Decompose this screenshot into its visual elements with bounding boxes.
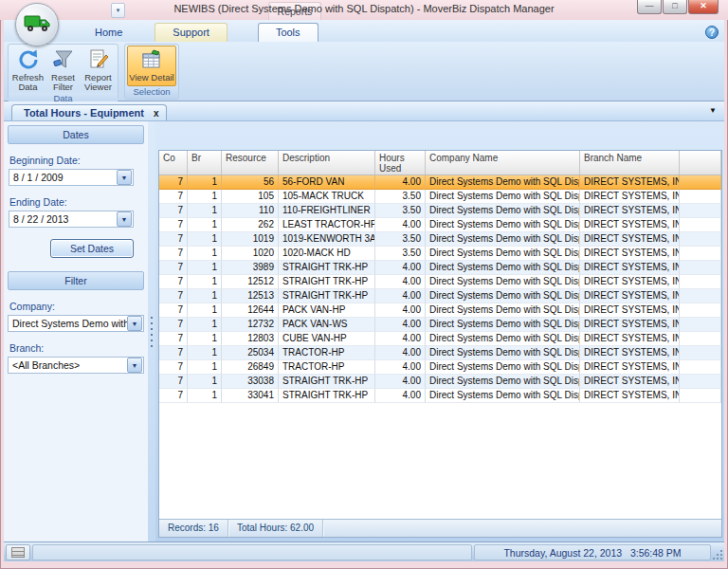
dates-panel-header[interactable]: Dates xyxy=(8,125,144,144)
table-row[interactable]: 7112803CUBE VAN-HP4.00Direct Systems Dem… xyxy=(159,332,721,346)
cell: 1 xyxy=(188,190,222,204)
cell: TRACTOR-HP xyxy=(279,346,375,360)
cell: 4.00 xyxy=(375,332,426,346)
cell: Direct Systems Demo with SQL Dispatch xyxy=(426,275,580,289)
cell: 7 xyxy=(159,190,188,204)
table-row[interactable]: 7110191019-KENWORTH 3AXLE3.50Direct Syst… xyxy=(159,232,721,247)
cell: 1020 xyxy=(222,247,279,261)
cell: 12512 xyxy=(222,275,279,289)
cell: 7 xyxy=(159,289,188,303)
cell: STRAIGHT TRK-HP xyxy=(279,261,375,275)
table-row[interactable]: 71262LEAST TRACTOR-HP4.00Direct Systems … xyxy=(159,218,721,232)
company-dropdown-icon[interactable]: ▼ xyxy=(127,316,142,331)
cell: 1 xyxy=(188,303,222,318)
table-row[interactable]: 7112512STRAIGHT TRK-HP4.00Direct Systems… xyxy=(159,275,721,289)
maximize-button[interactable]: □ xyxy=(663,0,687,14)
beginning-date-dropdown-icon[interactable]: ▼ xyxy=(117,170,132,185)
cell-filler xyxy=(680,289,721,303)
cell: 33041 xyxy=(222,389,279,403)
total-hours: Total Hours: 62.00 xyxy=(228,520,323,537)
tab-support[interactable]: Support xyxy=(155,23,228,42)
cell: DIRECT SYSTEMS, INC. xyxy=(580,190,680,204)
table-row[interactable]: 715656-FORD VAN4.00Direct Systems Demo w… xyxy=(159,175,721,190)
ending-date-field[interactable]: 8 / 22 / 2013 ▼ xyxy=(9,211,134,228)
filter-panel-header[interactable]: Filter xyxy=(8,271,144,290)
splitter-handle[interactable] xyxy=(148,121,155,541)
column-header-hours-used[interactable]: Hours Used xyxy=(375,151,426,174)
cell: 1 xyxy=(188,289,222,303)
table-row[interactable]: 7112732PACK VAN-WS4.00Direct Systems Dem… xyxy=(159,318,721,332)
table-row[interactable]: 7126849TRACTOR-HP4.00Direct Systems Demo… xyxy=(159,360,721,375)
cell: TRACTOR-HP xyxy=(279,360,375,375)
cell: 4.00 xyxy=(375,175,426,190)
cell: Direct Systems Demo with SQL Dispatch xyxy=(426,346,580,360)
close-tab-icon[interactable]: x xyxy=(154,108,159,119)
help-icon[interactable]: ? xyxy=(705,26,719,39)
company-select[interactable]: Direct Systems Demo with SQL D ▼ xyxy=(8,315,144,332)
sidebar: Dates Beginning Date: 8 / 1 / 2009 ▼ End… xyxy=(4,121,148,541)
ending-date-dropdown-icon[interactable]: ▼ xyxy=(117,211,132,227)
tab-list-dropdown-icon[interactable]: ▼ xyxy=(709,106,717,115)
cell: 1019 xyxy=(222,232,279,247)
content-area: Dates Beginning Date: 8 / 1 / 2009 ▼ End… xyxy=(4,121,724,541)
cell: DIRECT SYSTEMS, INC. xyxy=(580,289,680,303)
branch-label: Branch: xyxy=(9,342,145,354)
report-viewer-button[interactable]: Report Viewer xyxy=(81,46,116,93)
table-row[interactable]: 7112644PACK VAN-HP4.00Direct Systems Dem… xyxy=(159,303,721,318)
resize-grip[interactable] xyxy=(712,549,723,560)
table-row[interactable]: 71105105-MACK TRUCK3.50Direct Systems De… xyxy=(159,190,721,204)
column-header-description[interactable]: Description xyxy=(279,151,375,174)
cell-filler xyxy=(680,318,721,332)
cell: DIRECT SYSTEMS, INC. xyxy=(580,389,680,403)
cell: 7 xyxy=(159,360,188,375)
cell: 1 xyxy=(188,175,222,190)
cell: 1 xyxy=(188,318,222,332)
minimize-button[interactable]: — xyxy=(637,0,662,14)
cell: 12732 xyxy=(222,318,279,332)
status-datetime: Thursday, August 22, 2013 3:56:48 PM xyxy=(474,544,711,560)
refresh-icon xyxy=(16,48,41,71)
cell: 7 xyxy=(159,232,188,247)
column-header-resource[interactable]: Resource xyxy=(222,151,279,174)
set-dates-button[interactable]: Set Dates xyxy=(50,239,134,258)
ribbon-group-selection: View Detail Selection xyxy=(124,44,179,100)
cell-filler xyxy=(680,204,721,218)
tab-total-hours-equipment[interactable]: Total Hours - Equipment x xyxy=(11,104,167,120)
cell: LEAST TRACTOR-HP xyxy=(279,218,375,232)
cell-filler xyxy=(680,346,721,360)
cell: 7 xyxy=(159,332,188,346)
cell: 3.50 xyxy=(375,247,426,261)
cell-filler xyxy=(680,175,721,190)
main-pane: CoBrResourceDescriptionHours UsedCompany… xyxy=(155,121,724,541)
table-row[interactable]: 7125034TRACTOR-HP4.00Direct Systems Demo… xyxy=(159,346,721,360)
tab-tools[interactable]: Tools xyxy=(258,23,318,42)
refresh-data-button[interactable]: Refresh Data xyxy=(10,46,46,93)
cell: DIRECT SYSTEMS, INC. xyxy=(580,360,680,375)
table-row[interactable]: 7112513STRAIGHT TRK-HP4.00Direct Systems… xyxy=(159,289,721,303)
column-header-br[interactable]: Br xyxy=(188,151,222,174)
close-button[interactable]: ✕ xyxy=(688,0,719,14)
app-menu-button[interactable] xyxy=(15,3,59,46)
app-status-bar: Thursday, August 22, 2013 3:56:48 PM xyxy=(4,541,724,561)
branch-dropdown-icon[interactable]: ▼ xyxy=(127,358,142,373)
cell: STRAIGHT TRK-HP xyxy=(279,289,375,303)
cell: 1 xyxy=(188,346,222,360)
column-header-company-name[interactable]: Company Name xyxy=(426,151,580,174)
table-row[interactable]: 7133041STRAIGHT TRK-HP4.00Direct Systems… xyxy=(159,389,721,403)
column-header-co[interactable]: Co xyxy=(159,151,188,174)
view-detail-button[interactable]: View Detail xyxy=(127,46,176,86)
table-row[interactable]: 7110201020-MACK HD3.50Direct Systems Dem… xyxy=(159,247,721,261)
tab-home[interactable]: Home xyxy=(78,24,139,42)
cell: 7 xyxy=(159,318,188,332)
table-row[interactable]: 71110110-FREIGHTLINER3.50Direct Systems … xyxy=(159,204,721,218)
reset-filter-button[interactable]: Reset Filter xyxy=(46,46,81,93)
table-row[interactable]: 713989STRAIGHT TRK-HP4.00Direct Systems … xyxy=(159,261,721,275)
column-header-filler xyxy=(680,151,721,174)
beginning-date-field[interactable]: 8 / 1 / 2009 ▼ xyxy=(9,169,134,186)
cell: DIRECT SYSTEMS, INC. xyxy=(580,275,680,289)
quick-access-toolbar-dropdown[interactable]: ▾ xyxy=(111,3,125,18)
branch-select[interactable]: <All Branches> ▼ xyxy=(8,357,144,374)
column-header-branch-name[interactable]: Branch Name xyxy=(580,151,680,174)
table-row[interactable]: 7133038STRAIGHT TRK-HP4.00Direct Systems… xyxy=(159,375,721,389)
cell: 3.50 xyxy=(375,190,426,204)
